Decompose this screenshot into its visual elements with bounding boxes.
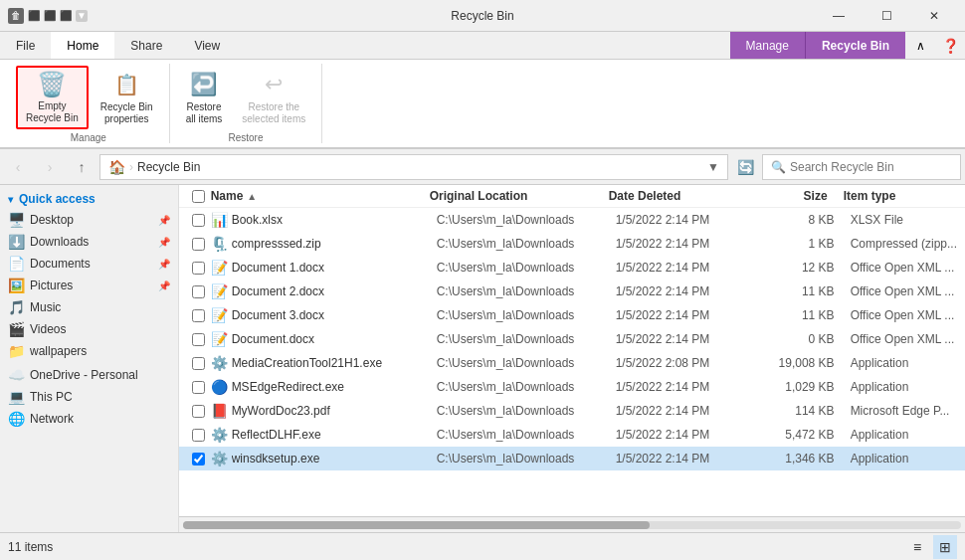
large-icons-view-button[interactable]: ⊞ (933, 535, 957, 559)
quick-access-chevron[interactable]: ▼ (76, 10, 88, 22)
help-button[interactable]: ❓ (935, 32, 965, 59)
sidebar-item-videos[interactable]: 🎬 Videos (0, 318, 178, 340)
tab-share[interactable]: Share (114, 32, 178, 59)
search-box[interactable]: 🔍 (762, 154, 961, 180)
row-checkbox[interactable] (187, 429, 211, 442)
sidebar-item-wallpapers[interactable]: 📁 wallpapers (0, 340, 178, 362)
col-header-date[interactable]: Date Deleted (609, 189, 748, 203)
tab-home[interactable]: Home (51, 32, 114, 59)
table-row[interactable]: ⚙️ ReflectDLHF.exe C:\Users\m_la\Downloa… (179, 423, 965, 447)
file-type: Application (835, 452, 957, 466)
header-checkbox[interactable] (187, 190, 211, 203)
address-path-text: Recycle Bin (137, 160, 703, 174)
status-bar: 11 items ≡ ⊞ (0, 532, 965, 560)
row-checkbox[interactable] (187, 262, 211, 275)
table-row[interactable]: 🗜️ compresssed.zip C:\Users\m_la\Downloa… (179, 232, 965, 256)
table-row[interactable]: 📕 MyWordDoc23.pdf C:\Users\m_la\Download… (179, 399, 965, 423)
table-row[interactable]: 📊 Book.xlsx C:\Users\m_la\Downloads 1/5/… (179, 208, 965, 232)
sidebar-item-downloads[interactable]: ⬇️ Downloads 📌 (0, 231, 178, 253)
window-controls: — ☐ ✕ (816, 0, 957, 32)
thispc-icon: 💻 (8, 389, 24, 405)
table-row[interactable]: 🔵 MSEdgeRedirect.exe C:\Users\m_la\Downl… (179, 375, 965, 399)
file-type: Office Open XML ... (835, 261, 957, 275)
tab-recyclebin[interactable]: Recycle Bin (805, 32, 905, 59)
file-location: C:\Users\m_la\Downloads (437, 428, 616, 442)
sidebar-item-music[interactable]: 🎵 Music (0, 296, 178, 318)
file-size: 12 KB (755, 261, 835, 275)
thispc-label: This PC (30, 390, 73, 404)
horizontal-scrollbar[interactable] (179, 516, 965, 532)
address-separator: › (129, 160, 133, 174)
file-date: 1/5/2022 2:08 PM (616, 356, 755, 370)
minimize-button[interactable]: — (816, 0, 862, 32)
row-checkbox[interactable] (187, 453, 211, 466)
details-view-button[interactable]: ≡ (905, 535, 929, 559)
file-location: C:\Users\m_la\Downloads (437, 213, 616, 227)
sidebar-item-documents[interactable]: 📄 Documents 📌 (0, 253, 178, 275)
row-checkbox[interactable] (187, 381, 211, 394)
row-checkbox[interactable] (187, 214, 211, 227)
table-row[interactable]: ⚙️ MediaCreationTool21H1.exe C:\Users\m_… (179, 351, 965, 375)
quick-access-2[interactable]: ⬛ (44, 10, 56, 22)
row-checkbox[interactable] (187, 333, 211, 346)
select-all-checkbox[interactable] (192, 190, 205, 203)
file-size: 8 KB (755, 213, 835, 227)
up-button[interactable]: ↑ (68, 153, 96, 181)
col-date-label: Date Deleted (609, 189, 681, 203)
file-location: C:\Users\m_la\Downloads (437, 380, 616, 394)
restore-all-button[interactable]: ↩️ Restoreall items (178, 66, 231, 129)
file-location: C:\Users\m_la\Downloads (437, 237, 616, 251)
col-header-size[interactable]: Size (748, 189, 828, 203)
restore-selected-icon: ↩ (258, 70, 290, 99)
ribbon-collapse-btn[interactable]: ∧ (905, 32, 935, 59)
item-count: 11 items (8, 540, 53, 554)
col-header-name[interactable]: Name ▲ (211, 189, 430, 203)
address-bar: ‹ › ↑ 🏠 › Recycle Bin ▼ 🔄 🔍 (0, 149, 965, 185)
sidebar-item-desktop[interactable]: 🖥️ Desktop 📌 (0, 209, 178, 231)
table-row[interactable]: 📝 Document 2.docx C:\Users\m_la\Download… (179, 280, 965, 303)
sidebar-item-thispc[interactable]: 💻 This PC (0, 386, 178, 408)
quick-access-3[interactable]: ⬛ (60, 10, 72, 22)
file-icon: 📕 (211, 403, 228, 419)
downloads-icon: ⬇️ (8, 234, 24, 250)
file-size: 19,008 KB (755, 356, 835, 370)
wallpapers-label: wallpapers (30, 344, 87, 358)
row-checkbox[interactable] (187, 238, 211, 251)
table-row[interactable]: 📝 Document 1.docx C:\Users\m_la\Download… (179, 256, 965, 280)
sidebar-item-onedrive[interactable]: ☁️ OneDrive - Personal (0, 364, 178, 386)
scrollbar-track[interactable] (183, 521, 961, 529)
back-button[interactable]: ‹ (4, 153, 32, 181)
refresh-button[interactable]: 🔄 (732, 154, 758, 180)
recycle-bin-properties-button[interactable]: 📋 Recycle Binproperties (93, 66, 161, 129)
close-button[interactable]: ✕ (911, 0, 957, 32)
file-icon: ⚙️ (211, 427, 228, 443)
music-label: Music (30, 300, 61, 314)
sidebar-item-pictures[interactable]: 🖼️ Pictures 📌 (0, 275, 178, 296)
table-row[interactable]: 📝 Document.docx C:\Users\m_la\Downloads … (179, 327, 965, 351)
maximize-button[interactable]: ☐ (864, 0, 909, 32)
table-row[interactable]: ⚙️ winsdksetup.exe C:\Users\m_la\Downloa… (179, 447, 965, 470)
table-row[interactable]: 📝 Document 3.docx C:\Users\m_la\Download… (179, 303, 965, 327)
quick-access-1[interactable]: ⬛ (28, 10, 40, 22)
row-checkbox[interactable] (187, 285, 211, 298)
file-size: 1,346 KB (755, 452, 835, 466)
quick-access-header: ▾ Quick access (0, 189, 178, 209)
col-header-location[interactable]: Original Location (430, 189, 609, 203)
forward-button[interactable]: › (36, 153, 64, 181)
address-input[interactable]: 🏠 › Recycle Bin ▼ (99, 154, 728, 180)
col-header-type[interactable]: Item type (828, 189, 957, 203)
row-checkbox[interactable] (187, 405, 211, 418)
tab-manage[interactable]: Manage (730, 32, 805, 59)
empty-recycle-label: EmptyRecycle Bin (26, 100, 79, 124)
empty-recycle-bin-button[interactable]: 🗑️ EmptyRecycle Bin (16, 66, 89, 129)
tab-view[interactable]: View (178, 32, 236, 59)
file-location: C:\Users\m_la\Downloads (437, 356, 616, 370)
scrollbar-thumb[interactable] (183, 521, 650, 529)
row-checkbox[interactable] (187, 309, 211, 322)
sidebar-item-network[interactable]: 🌐 Network (0, 408, 178, 430)
restore-selected-button[interactable]: ↩ Restore theselected items (234, 66, 313, 129)
row-checkbox[interactable] (187, 357, 211, 370)
search-input[interactable] (790, 160, 952, 174)
tab-file[interactable]: File (0, 32, 51, 59)
desktop-label: Desktop (30, 213, 74, 227)
